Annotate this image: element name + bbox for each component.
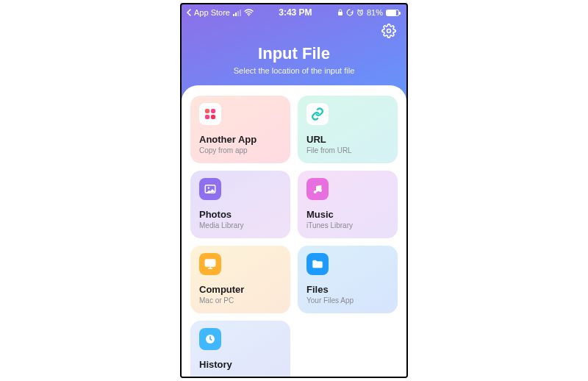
cellular-signal-icon [233,10,241,16]
content-sheet: Another App Copy from app URL File from … [182,85,406,378]
settings-button[interactable] [381,24,396,38]
svg-rect-12 [205,260,215,266]
card-photos[interactable]: Photos Media Library [190,171,290,238]
battery-pct: 81% [367,8,383,17]
status-left[interactable]: App Store [186,8,254,17]
battery-icon [386,10,399,16]
svg-rect-4 [205,109,209,113]
svg-point-0 [248,15,250,16]
wifi-icon [244,9,254,16]
svg-point-11 [319,189,322,192]
page-header: Input File Select the location of the in… [182,18,406,85]
source-grid: Another App Copy from app URL File from … [190,96,398,378]
card-history[interactable]: History [190,321,290,378]
card-url[interactable]: URL File from URL [298,96,398,163]
svg-rect-7 [211,115,215,119]
card-title: Photos [199,209,282,220]
card-another-app[interactable]: Another App Copy from app [190,96,290,163]
page-subtitle: Select the location of the input file [182,66,406,75]
back-chevron-icon [186,9,191,16]
status-time: 3:43 PM [279,7,312,18]
card-subtitle: Copy from app [199,146,282,154]
folder-icon [306,253,329,275]
monitor-icon [199,253,221,275]
back-app-label: App Store [194,8,230,17]
alarm-icon [356,9,364,16]
svg-rect-5 [211,109,215,113]
status-right: 81% [337,8,399,17]
status-bar: App Store 3:43 PM 81% [182,4,406,18]
apps-icon [199,103,221,125]
card-subtitle: Your Files App [306,296,389,305]
gear-icon [381,24,396,38]
card-subtitle: iTunes Library [306,221,389,229]
card-title: Files [306,284,389,295]
rotation-lock-icon [346,9,354,16]
photo-icon [199,178,221,200]
svg-rect-1 [338,12,343,15]
page-title: Input File [182,44,406,63]
music-note-icon [306,178,329,200]
link-icon [306,103,329,125]
card-subtitle: Mac or PC [199,296,282,305]
card-title: Another App [199,134,282,145]
card-files[interactable]: Files Your Files App [298,246,398,313]
card-title: History [199,359,282,370]
card-subtitle: Media Library [199,221,282,229]
card-music[interactable]: Music iTunes Library [298,171,398,238]
svg-point-10 [314,190,317,193]
card-title: Music [306,209,389,220]
svg-point-9 [208,187,209,188]
card-subtitle: File from URL [306,146,389,154]
svg-point-3 [387,29,391,33]
svg-rect-6 [205,115,209,119]
card-title: Computer [199,284,282,295]
card-computer[interactable]: Computer Mac or PC [190,246,290,313]
phone-frame: App Store 3:43 PM 81% Input File Select … [180,3,408,378]
lock-icon [337,9,343,16]
card-title: URL [306,134,389,145]
clock-icon [199,328,221,350]
